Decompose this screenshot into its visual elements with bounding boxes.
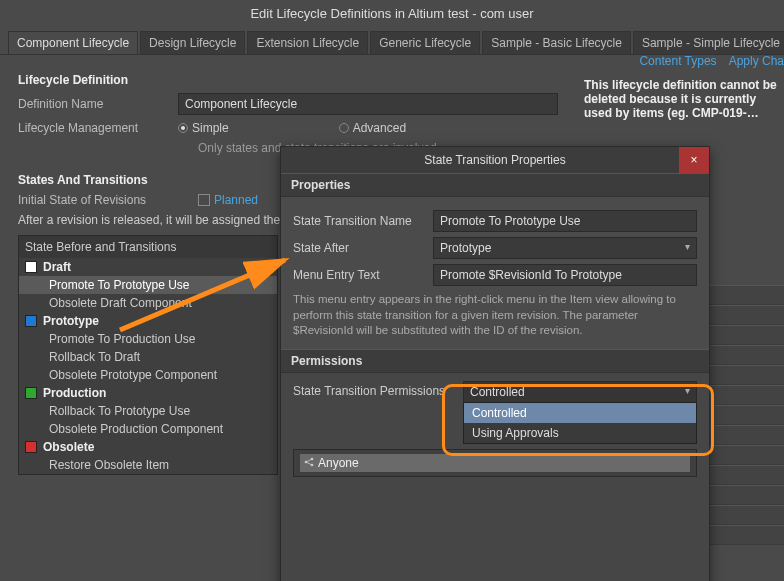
prototype-swatch-icon — [25, 315, 37, 327]
perm-entry-anyone[interactable]: Anyone — [300, 454, 690, 472]
share-icon — [304, 456, 314, 470]
section-lifecycle-definition: Lifecycle Definition — [18, 73, 766, 87]
state-production-label: Production — [43, 386, 106, 400]
state-prototype-label: Prototype — [43, 314, 99, 328]
draft-swatch-icon — [25, 261, 37, 273]
states-panel-header: State Before and Transitions — [19, 236, 277, 258]
perm-label: State Transition Permissions — [293, 381, 463, 398]
initial-state-label: Initial State of Revisions — [18, 193, 198, 207]
tab-sample-simple[interactable]: Sample - Simple Lifecycle — [633, 31, 784, 54]
perm-option-controlled[interactable]: Controlled — [464, 403, 696, 423]
menu-entry-label: Menu Entry Text — [293, 268, 433, 282]
radio-advanced-label: Advanced — [353, 121, 406, 135]
menu-entry-input[interactable]: Promote $RevisionId To Prototype — [433, 264, 697, 286]
transition-rollback-draft[interactable]: Rollback To Draft — [19, 348, 277, 366]
close-button[interactable]: × — [679, 147, 709, 173]
tab-sample-basic[interactable]: Sample - Basic Lifecycle — [482, 31, 631, 54]
transition-obsolete-draft[interactable]: Obsolete Draft Component — [19, 294, 277, 312]
definition-name-input[interactable]: Component Lifecycle — [178, 93, 558, 115]
planned-label: Planned — [214, 193, 258, 207]
state-draft-label: Draft — [43, 260, 71, 274]
state-production[interactable]: Production — [19, 384, 277, 402]
transition-rollback-prototype[interactable]: Rollback To Prototype Use — [19, 402, 277, 420]
perm-list: Anyone — [293, 449, 697, 477]
radio-advanced-icon — [339, 123, 349, 133]
section-permissions: Permissions — [281, 349, 709, 373]
perm-select-wrapper: Controlled Controlled Using Approvals — [463, 381, 697, 403]
perm-select[interactable]: Controlled — [463, 381, 697, 403]
transition-promote-prototype[interactable]: Promote To Prototype Use — [19, 276, 277, 294]
perm-dropdown: Controlled Using Approvals — [463, 402, 697, 444]
lifecycle-mgmt-label: Lifecycle Management — [18, 121, 178, 135]
planned-checkbox[interactable]: Planned — [198, 193, 258, 207]
transition-name-input[interactable]: Promote To Prototype Use — [433, 210, 697, 232]
states-panel: State Before and Transitions Draft Promo… — [18, 235, 278, 475]
definition-name-label: Definition Name — [18, 97, 178, 111]
transition-promote-production[interactable]: Promote To Production Use — [19, 330, 277, 348]
transition-name-label: State Transition Name — [293, 214, 433, 228]
close-icon: × — [690, 153, 697, 167]
state-transition-dialog: State Transition Properties × Properties… — [280, 146, 710, 581]
state-prototype[interactable]: Prototype — [19, 312, 277, 330]
section-properties: Properties — [281, 173, 709, 197]
radio-simple-label: Simple — [192, 121, 229, 135]
tab-extension-lifecycle[interactable]: Extension Lifecycle — [247, 31, 368, 54]
production-swatch-icon — [25, 387, 37, 399]
state-obsolete[interactable]: Obsolete — [19, 438, 277, 456]
checkbox-icon — [198, 194, 210, 206]
tab-generic-lifecycle[interactable]: Generic Lifecycle — [370, 31, 480, 54]
svg-line-3 — [306, 459, 312, 462]
radio-advanced[interactable]: Advanced — [339, 121, 406, 135]
tab-component-lifecycle[interactable]: Component Lifecycle — [8, 31, 138, 54]
svg-line-4 — [306, 462, 312, 465]
state-after-select[interactable]: Prototype — [433, 237, 697, 259]
perm-option-approvals[interactable]: Using Approvals — [464, 423, 696, 443]
radio-simple-icon — [178, 123, 188, 133]
obsolete-swatch-icon — [25, 441, 37, 453]
state-after-label: State After — [293, 241, 433, 255]
dialog-titlebar[interactable]: State Transition Properties × — [281, 147, 709, 173]
transition-obsolete-prototype[interactable]: Obsolete Prototype Component — [19, 366, 277, 384]
tabs: Component Lifecycle Design Lifecycle Ext… — [0, 27, 784, 55]
perm-entry-label: Anyone — [318, 456, 359, 470]
transition-obsolete-production[interactable]: Obsolete Production Component — [19, 420, 277, 438]
dialog-title: State Transition Properties — [424, 153, 565, 167]
tab-design-lifecycle[interactable]: Design Lifecycle — [140, 31, 245, 54]
menu-entry-desc: This menu entry appears in the right-cli… — [293, 292, 697, 339]
window-title: Edit Lifecycle Definitions in Altium tes… — [0, 0, 784, 27]
radio-simple[interactable]: Simple — [178, 121, 229, 135]
state-draft[interactable]: Draft — [19, 258, 277, 276]
state-obsolete-label: Obsolete — [43, 440, 94, 454]
transition-restore-obsolete[interactable]: Restore Obsolete Item — [19, 456, 277, 474]
